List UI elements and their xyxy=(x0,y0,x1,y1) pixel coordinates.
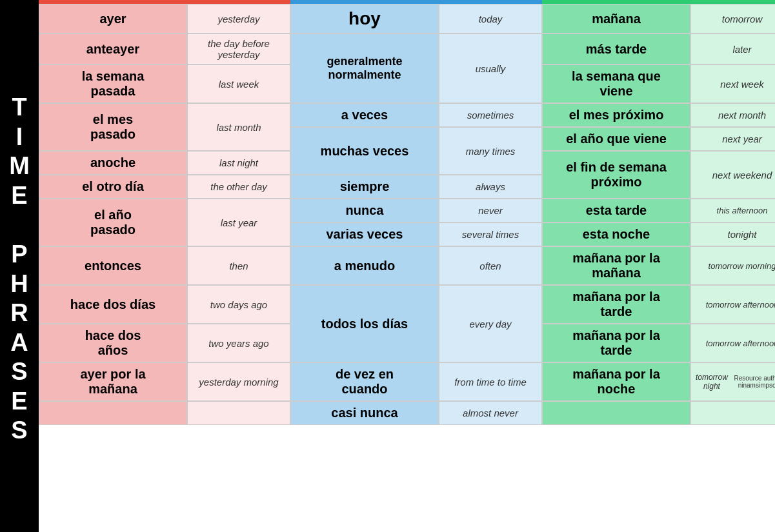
cell-future-en-14 xyxy=(690,401,775,425)
cell-past-sp-12: hace dosaños xyxy=(39,324,187,362)
side-letter-M: M xyxy=(9,152,30,181)
cell-future-sp-8: esta tarde xyxy=(542,199,690,222)
side-letter-T: T xyxy=(12,93,26,123)
cell-future-sp-4: el mes próximo xyxy=(542,103,690,127)
cell-present-sp-2: generalmentenormalmente xyxy=(290,34,439,103)
cell-future-en-9: tonight xyxy=(690,222,775,246)
cell-future-en-13: tomorrow nightResource author: ninamsimp… xyxy=(690,362,775,401)
cell-past-en-14 xyxy=(187,401,290,425)
cell-present-en-5: many times xyxy=(439,127,542,175)
cell-past-en-10: then xyxy=(187,246,290,285)
cell-present-en-2: usually xyxy=(439,34,542,103)
cell-future-sp-5: el año que viene xyxy=(542,127,690,151)
cell-present-sp-8: nunca xyxy=(290,199,439,222)
side-label: T I M E P H R A S E S xyxy=(0,0,39,532)
cell-present-en-8: never xyxy=(439,199,542,222)
cell-past-sp-3: la semanapasada xyxy=(39,64,187,103)
cell-past-en-6: last night xyxy=(187,151,290,175)
cell-future-en-3: next week xyxy=(690,64,775,103)
cell-past-en-12: two years ago xyxy=(187,324,290,362)
cell-past-sp-8: el añopasado xyxy=(39,199,187,246)
cell-present-sp-11: todos los días xyxy=(290,285,439,362)
cell-future-sp-3: la semana queviene xyxy=(542,64,690,103)
cell-future-en-8: this afternoon xyxy=(690,199,775,222)
cell-past-sp-7: el otro día xyxy=(39,175,187,199)
table-area: ayer yesterday hoy today mañana tomorrow… xyxy=(39,0,775,532)
cell-past-en-3: last week xyxy=(187,64,290,103)
cell-future-sp-2: más tarde xyxy=(542,34,690,64)
cell-present-sp-7: siempre xyxy=(290,175,439,199)
side-letter-R: R xyxy=(10,299,28,328)
side-letter-P: P xyxy=(11,240,27,270)
cell-present-sp-10: a menudo xyxy=(290,246,439,285)
cell-past-sp-14 xyxy=(39,401,187,425)
cell-future-en-6: next weekend xyxy=(690,151,775,199)
cell-past-sp-2: anteayer xyxy=(39,34,187,64)
cell-present-en-14: almost never xyxy=(439,401,542,425)
cell-past-sp-6: anoche xyxy=(39,151,187,175)
side-letter-H: H xyxy=(10,270,28,299)
cell-present-sp-5: muchas veces xyxy=(290,127,439,175)
cell-future-en-2: later xyxy=(690,34,775,64)
cell-present-sp-9: varias veces xyxy=(290,222,439,246)
cell-past-en-1: yesterday xyxy=(187,4,290,34)
side-letter-I: I xyxy=(16,123,23,152)
cell-present-en-9: several times xyxy=(439,222,542,246)
grid-wrapper: ayer yesterday hoy today mañana tomorrow… xyxy=(39,4,775,532)
cell-future-sp-9: esta noche xyxy=(542,222,690,246)
cell-past-sp-13: ayer por lamañana xyxy=(39,362,187,401)
cell-past-en-7: the other day xyxy=(187,175,290,199)
side-letter-S2: S xyxy=(11,416,27,446)
cell-past-en-2: the day before yesterday xyxy=(187,34,290,64)
cell-future-en-11: tomorrow afternoon xyxy=(690,285,775,324)
cell-present-sp-14: casi nunca xyxy=(290,401,439,425)
side-letter-A: A xyxy=(10,328,28,358)
cell-future-sp-11: mañana por latarde xyxy=(542,285,690,324)
cell-past-sp-4: el mespasado xyxy=(39,103,187,151)
vocab-grid: ayer yesterday hoy today mañana tomorrow… xyxy=(39,4,775,425)
cell-future-sp-13: mañana por lanoche xyxy=(542,362,690,401)
cell-present-en-10: often xyxy=(439,246,542,285)
cell-past-en-13: yesterday morning xyxy=(187,362,290,401)
side-letter-space xyxy=(16,210,23,240)
cell-past-sp-10: entonces xyxy=(39,246,187,285)
side-letter-E: E xyxy=(11,181,27,211)
cell-future-en-12: tomorrow afternoon xyxy=(690,324,775,362)
cell-past-en-4: last month xyxy=(187,103,290,151)
side-letter-S: S xyxy=(11,357,27,387)
side-letter-E: E xyxy=(11,387,27,417)
cell-future-sp-6: el fin de semanapróximo xyxy=(542,151,690,199)
cell-present-en-1: today xyxy=(439,4,542,34)
cell-present-en-7: always xyxy=(439,175,542,199)
cell-present-sp-1: hoy xyxy=(290,4,439,34)
cell-future-sp-12: mañana por latarde xyxy=(542,324,690,362)
cell-past-sp-11: hace dos días xyxy=(39,285,187,324)
cell-future-sp-1: mañana xyxy=(542,4,690,34)
cell-past-en-11: two days ago xyxy=(187,285,290,324)
cell-future-sp-14 xyxy=(542,401,690,425)
cell-present-en-13: from time to time xyxy=(439,362,542,401)
cell-present-en-4: sometimes xyxy=(439,103,542,127)
cell-future-en-10: tomorrow morning xyxy=(690,246,775,285)
cell-future-en-1: tomorrow xyxy=(690,4,775,34)
cell-future-en-4: next month xyxy=(690,103,775,127)
cell-present-sp-4: a veces xyxy=(290,103,439,127)
cell-past-en-8: last year xyxy=(187,199,290,246)
cell-present-en-11: every day xyxy=(439,285,542,362)
cell-present-sp-13: de vez encuando xyxy=(290,362,439,401)
main-container: T I M E P H R A S E S ayer yesterday hoy… xyxy=(0,0,775,532)
cell-past-sp-1: ayer xyxy=(39,4,187,34)
cell-future-sp-10: mañana por lamañana xyxy=(542,246,690,285)
cell-future-en-5: next year xyxy=(690,127,775,151)
